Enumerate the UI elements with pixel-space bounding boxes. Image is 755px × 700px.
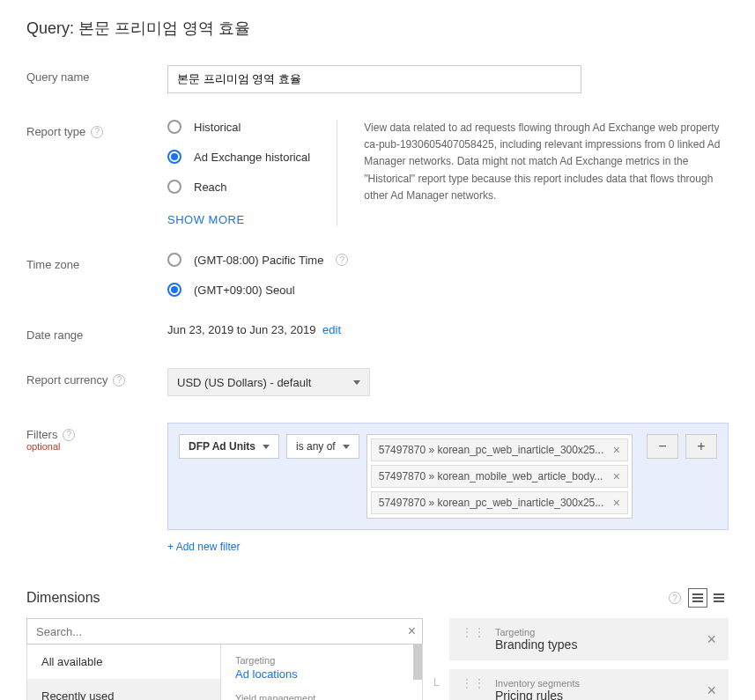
chevron-down-icon	[353, 380, 360, 385]
add-filter-button[interactable]: +	[685, 434, 717, 459]
date-range-label: Date range	[26, 323, 167, 342]
radio-label: (GMT+09:00) Seoul	[194, 284, 295, 297]
timezone-radio[interactable]: (GMT-08:00) Pacific Time?	[167, 253, 729, 267]
dimension-option[interactable]: Ad locations	[235, 667, 408, 681]
dimension-name: Branding types	[495, 637, 577, 652]
add-new-filter-link[interactable]: + Add new filter	[167, 541, 240, 553]
title-prefix: Query:	[26, 19, 74, 37]
drag-handle-icon[interactable]: ⋮⋮	[462, 678, 486, 689]
list-view-button[interactable]	[688, 588, 707, 608]
dimension-name: Pricing rules	[495, 689, 580, 700]
edit-date-link[interactable]: edit	[322, 323, 341, 336]
radio-icon	[167, 120, 181, 134]
remove-chip-icon[interactable]: ×	[613, 443, 620, 457]
dimensions-title: Dimensions	[26, 590, 100, 606]
dimension-group-label: Targeting	[235, 655, 408, 666]
radio-label: Ad Exchange historical	[194, 151, 310, 164]
radio-label: (GMT-08:00) Pacific Time	[194, 254, 323, 267]
query-name-input[interactable]	[167, 65, 581, 93]
dimension-search-input[interactable]	[26, 618, 423, 645]
chevron-down-icon	[263, 445, 270, 449]
filter-dimension-select[interactable]: DFP Ad Units	[179, 434, 279, 459]
help-icon[interactable]: ?	[63, 429, 75, 441]
report-type-label: Report type ?	[26, 120, 167, 138]
query-name-label: Query name	[26, 65, 167, 84]
report-type-radio[interactable]: Historical	[167, 120, 310, 134]
title-value: 본문 프리미엄 영역 효율	[78, 19, 250, 37]
remove-filter-button[interactable]: −	[647, 434, 678, 459]
show-more-link[interactable]: SHOW MORE	[167, 213, 310, 226]
dimension-group: Inventory segments	[495, 678, 580, 689]
radio-icon	[167, 283, 181, 297]
radio-label: Reach	[194, 181, 227, 194]
help-icon[interactable]: ?	[336, 254, 348, 266]
scrollbar[interactable]	[413, 645, 422, 680]
report-type-radio[interactable]: Ad Exchange historical	[167, 150, 310, 164]
currency-select[interactable]: USD (US Dollars) - default	[167, 368, 370, 396]
selected-dimension-card: ⋮⋮TargetingBranding types×	[449, 618, 729, 660]
remove-dimension-icon[interactable]: ×	[707, 682, 716, 700]
radio-icon	[167, 180, 181, 194]
radio-icon	[167, 150, 181, 164]
filter-values[interactable]: 57497870 » korean_pc_web_inarticle_300x2…	[366, 434, 633, 519]
chevron-down-icon	[343, 445, 350, 449]
report-currency-label: Report currency ?	[26, 368, 167, 387]
drag-handle-icon[interactable]: ⋮⋮	[462, 627, 486, 637]
dimension-group-label: Yield management	[235, 693, 408, 700]
compact-view-button[interactable]	[709, 588, 729, 608]
filters-label: Filters ? optional	[26, 423, 167, 452]
filter-chip: 57497870 » korean_mobile_web_article_bod…	[371, 465, 628, 488]
radio-icon	[167, 253, 181, 267]
filter-panel: DFP Ad Units is any of 57497870 » korean…	[167, 423, 729, 530]
compact-icon	[714, 593, 724, 602]
filter-chip: 57497870 » korean_pc_web_inarticle_300x2…	[371, 438, 628, 461]
chip-text: 57497870 » korean_mobile_web_article_bod…	[379, 470, 603, 483]
help-icon[interactable]: ?	[91, 126, 103, 138]
dimension-group: Targeting	[495, 627, 577, 637]
dimension-category[interactable]: All available	[27, 645, 220, 679]
time-zone-label: Time zone	[26, 253, 167, 271]
report-type-radio[interactable]: Reach	[167, 180, 310, 194]
remove-chip-icon[interactable]: ×	[613, 469, 620, 483]
filter-chip: 57497870 » korean_pc_web_inarticle_300x2…	[371, 491, 628, 514]
remove-dimension-icon[interactable]: ×	[707, 630, 716, 649]
clear-search-icon[interactable]: ×	[408, 623, 416, 639]
chip-text: 57497870 » korean_pc_web_inarticle_300x2…	[379, 497, 604, 509]
chip-text: 57497870 » korean_pc_web_inarticle_300x2…	[379, 444, 604, 456]
timezone-radio[interactable]: (GMT+09:00) Seoul	[167, 283, 729, 297]
report-type-description: View data related to ad requests flowing…	[337, 120, 729, 226]
date-range-value: Jun 23, 2019 to Jun 23, 2019	[167, 323, 315, 336]
selected-dimension-card: L⋮⋮Inventory segmentsPricing rules×	[449, 669, 729, 700]
filter-operator-select[interactable]: is any of	[286, 434, 359, 459]
help-icon[interactable]: ?	[669, 592, 681, 604]
l-indicator: L	[433, 676, 440, 689]
dimension-category[interactable]: Recently used	[27, 679, 220, 700]
radio-label: Historical	[194, 121, 241, 134]
list-icon	[692, 593, 703, 602]
remove-chip-icon[interactable]: ×	[613, 496, 620, 510]
optional-text: optional	[26, 441, 61, 452]
help-icon[interactable]: ?	[113, 374, 125, 387]
page-title: Query: 본문 프리미엄 영역 효율	[26, 18, 729, 39]
